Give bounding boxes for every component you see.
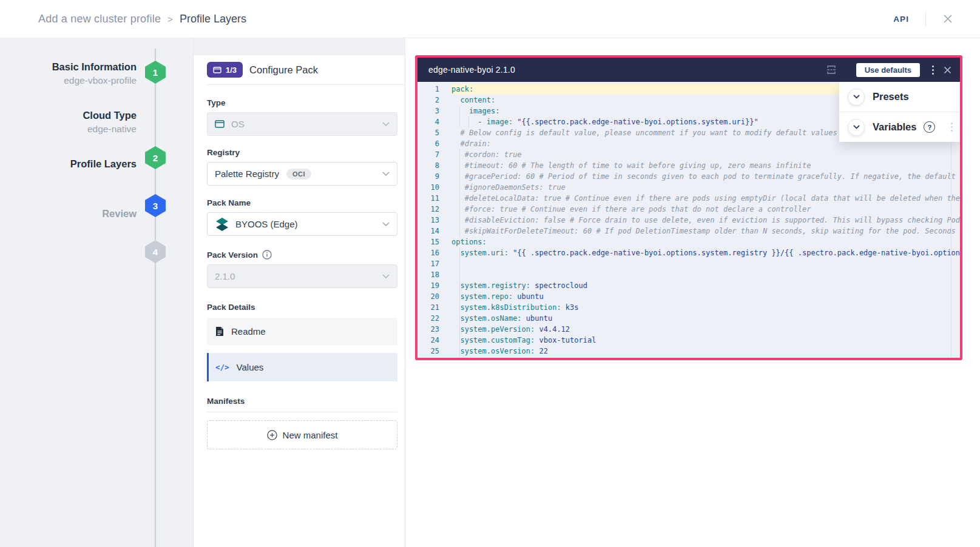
expand-editor-icon[interactable] (825, 64, 838, 75)
stepper-line (155, 49, 156, 547)
variables-help-icon[interactable]: ? (924, 121, 935, 133)
presets-row[interactable]: Presets (839, 82, 960, 112)
step-review[interactable]: Review (0, 207, 137, 221)
values-editor-panel: edge-native-byoi 2.1.0 Use defaults 1pac… (415, 55, 962, 360)
line-number: 16 (417, 247, 451, 258)
pack-step-counter: 1/3 (207, 62, 243, 78)
configure-pack-title: Configure Pack (249, 64, 318, 76)
manifests-label: Manifests (207, 397, 397, 406)
pack-name-select[interactable]: BYOOS (Edge) (207, 212, 397, 236)
registry-select[interactable]: Palette Registry OCI (207, 162, 397, 186)
chevron-down-icon (382, 222, 390, 226)
line-number: 20 (417, 291, 451, 302)
line-number: 4 (417, 116, 451, 127)
plus-circle-icon (267, 430, 277, 440)
code-line[interactable]: 24 system.customTag: vbox-tutorial (417, 335, 960, 346)
configure-pack-header: 1/3 Configure Pack (207, 55, 405, 85)
step-badge-4[interactable]: 4 (145, 240, 166, 263)
new-manifest-button[interactable]: New manifest (207, 420, 397, 449)
step-cloud-type[interactable]: Cloud Type edge-native (0, 109, 137, 136)
line-number: 13 (417, 215, 451, 226)
variables-kebab-menu-icon[interactable] (950, 121, 954, 133)
code-line[interactable]: 16 system.uri: "{{ .spectro.pack.edge-na… (417, 247, 960, 258)
breadcrumb-current: Profile Layers (180, 13, 246, 25)
line-number: 19 (417, 280, 451, 291)
code-line[interactable]: 23 system.peVersion: v4.4.12 (417, 324, 960, 335)
top-header: Add a new cluster profile > Profile Laye… (0, 0, 980, 38)
pack-name-value: BYOOS (Edge) (235, 219, 298, 229)
api-button[interactable]: API (893, 15, 909, 24)
step-basic-information[interactable]: Basic Information edge-vbox-profile (0, 60, 137, 87)
variables-row[interactable]: Variables ? (839, 112, 960, 142)
code-line[interactable]: 25 system.osVersion: 22 (417, 346, 960, 357)
type-value: OS (231, 119, 245, 129)
code-line[interactable]: 18 (417, 269, 960, 280)
editor-pack-title: edge-native-byoi 2.1.0 (428, 65, 515, 75)
header-divider (925, 11, 926, 27)
step-profile-layers[interactable]: Profile Layers (0, 157, 137, 171)
presets-chevron-button[interactable] (848, 89, 865, 106)
line-number: 6 (417, 138, 451, 149)
readme-tab[interactable]: Readme (207, 318, 397, 345)
type-select: OS (207, 112, 397, 136)
breadcrumb-separator: > (167, 14, 173, 24)
variables-chevron-button[interactable] (848, 119, 865, 136)
editor-kebab-menu-icon[interactable] (931, 64, 935, 76)
line-number: 24 (417, 335, 451, 346)
editor-header: edge-native-byoi 2.1.0 Use defaults (417, 58, 960, 82)
step-badge-1[interactable]: 1 (145, 61, 166, 84)
info-icon[interactable] (262, 250, 272, 260)
line-number: 2 (417, 95, 451, 106)
code-line[interactable]: 12 #force: true # Continue even if there… (417, 204, 960, 215)
chevron-down-icon (382, 122, 390, 126)
breadcrumb-root[interactable]: Add a new cluster profile (38, 13, 161, 25)
editor-scrollbar[interactable] (951, 141, 951, 357)
code-line[interactable]: 17 (417, 258, 960, 269)
code-line[interactable]: 21 system.k8sDistribution: k3s (417, 302, 960, 313)
line-number: 8 (417, 160, 451, 171)
line-number: 15 (417, 237, 451, 247)
yaml-code-area[interactable]: 1pack:2 content:3 images:4 - image: "{{.… (417, 82, 960, 360)
oci-badge: OCI (286, 169, 311, 180)
pack-version-value: 2.1.0 (215, 271, 235, 281)
step-title: Review (0, 207, 137, 221)
line-number: 10 (417, 182, 451, 193)
step-title: Cloud Type (0, 109, 137, 122)
os-icon (215, 120, 225, 128)
use-defaults-button[interactable]: Use defaults (856, 63, 920, 77)
line-number: 23 (417, 324, 451, 335)
line-number: 11 (417, 193, 451, 204)
values-tab[interactable]: </> Values (207, 353, 397, 381)
line-number: 1 (417, 84, 451, 95)
code-line[interactable]: 8 #timeout: 60 # The length of time to w… (417, 160, 960, 171)
editor-close-icon[interactable] (944, 66, 951, 74)
code-line[interactable]: 19 system.registry: spectrocloud (417, 280, 960, 291)
pack-details-label: Pack Details (207, 303, 397, 312)
presets-variables-flyout: Presets Variables ? (839, 82, 960, 142)
new-manifest-label: New manifest (283, 430, 338, 440)
line-number: 9 (417, 171, 451, 182)
code-line[interactable]: 10 #ignoreDaemonSets: true (417, 182, 960, 193)
configure-pack-panel: 1/3 Configure Pack Type OS Registry Pale… (194, 38, 405, 547)
registry-label: Registry (207, 148, 397, 157)
type-label: Type (207, 98, 397, 107)
step-badge-3[interactable]: 3 (145, 194, 166, 217)
code-line[interactable]: 14 #skipWaitForDeleteTimeout: 60 # If po… (417, 226, 960, 237)
code-line[interactable]: 11 #deleteLocalData: true # Continue eve… (417, 193, 960, 204)
line-number: 3 (417, 106, 451, 116)
step-badge-2[interactable]: 2 (145, 146, 166, 169)
code-line[interactable]: 22 system.osName: ubuntu (417, 313, 960, 324)
manifests-divider (207, 412, 397, 412)
line-number: 7 (417, 149, 451, 160)
code-line[interactable]: 7 #cordon: true (417, 149, 960, 160)
close-wizard-icon[interactable] (942, 13, 953, 24)
code-line[interactable]: 13 #disableEviction: false # Force drain… (417, 215, 960, 226)
code-line[interactable]: 9 #gracePeriod: 60 # Period of time in s… (417, 171, 960, 182)
layers-icon (213, 67, 221, 73)
pack-version-select: 2.1.0 (207, 264, 397, 288)
code-line[interactable]: 15options: (417, 237, 960, 247)
code-icon: </> (215, 363, 229, 372)
code-line[interactable]: 20 system.repo: ubuntu (417, 291, 960, 302)
line-number: 12 (417, 204, 451, 215)
pack-version-label: Pack Version (207, 250, 397, 260)
